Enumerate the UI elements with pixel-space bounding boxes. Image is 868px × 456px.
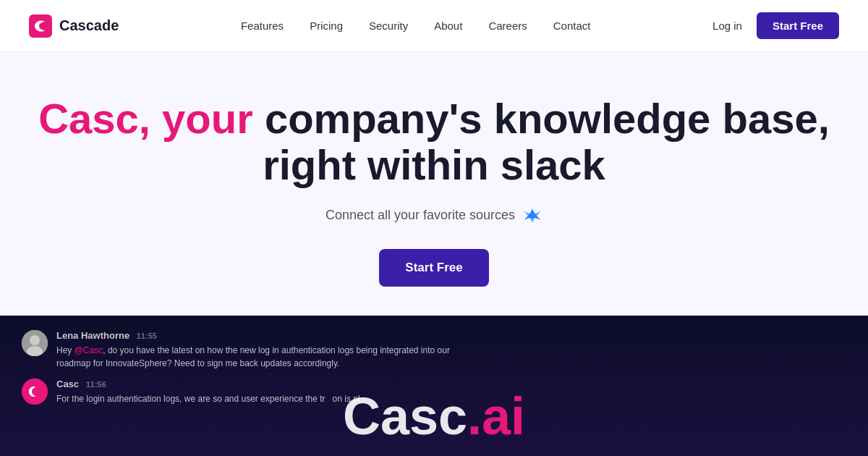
hero-subtitle-text: Connect all your favorite sources — [326, 208, 515, 223]
hero-title-highlight: Casc, your — [38, 95, 253, 142]
logo-text: Cascade — [59, 17, 119, 34]
chat-message-lena: Lena Hawthorne 11:55 Hey @Casc, do you h… — [22, 330, 456, 370]
cascade-logo-icon — [29, 14, 52, 38]
hero-subtitle: Connect all your favorite sources — [29, 206, 839, 226]
demo-watermark: Casc.ai — [343, 387, 525, 446]
avatar-casc — [22, 379, 48, 405]
watermark-dot: .ai — [467, 387, 525, 445]
lena-message-text: Hey @Casc, do you have the latest on how… — [56, 344, 456, 370]
casc-sender-name: Casc 11:56 — [56, 379, 360, 389]
svg-point-2 — [30, 335, 40, 345]
logo-link[interactable]: Cascade — [29, 14, 119, 38]
nav-link-about[interactable]: About — [434, 20, 462, 32]
confluence-icon — [522, 206, 542, 226]
watermark-text: Casc — [343, 387, 467, 445]
hero-title-rest: company's knowledge base, right within s… — [263, 95, 830, 188]
avatar-lena — [22, 330, 48, 356]
nav-link-security[interactable]: Security — [369, 20, 408, 32]
hero-section: Casc, your company's knowledge base, rig… — [0, 52, 868, 316]
svg-rect-0 — [29, 14, 52, 38]
navbar: Cascade Features Pricing Security About … — [0, 0, 868, 52]
nav-link-contact[interactable]: Contact — [553, 20, 591, 32]
lena-sender-name: Lena Hawthorne 11:55 — [56, 330, 456, 341]
nav-links: Features Pricing Security About Careers … — [241, 20, 591, 33]
mention-casc: @Casc — [75, 345, 103, 355]
nav-link-features[interactable]: Features — [241, 20, 284, 32]
navbar-actions: Log in Start Free — [712, 12, 839, 39]
casc-message-time: 11:56 — [86, 380, 106, 389]
demo-section: Lena Hawthorne 11:55 Hey @Casc, do you h… — [0, 316, 868, 456]
svg-point-4 — [22, 379, 48, 405]
login-button[interactable]: Log in — [712, 20, 742, 32]
nav-link-pricing[interactable]: Pricing — [310, 20, 343, 32]
casc-message-text: For the login authentication logs, we ar… — [56, 392, 360, 405]
message-bubble-casc: Casc 11:56 For the login authentication … — [56, 379, 360, 405]
message-bubble-lena: Lena Hawthorne 11:55 Hey @Casc, do you h… — [56, 330, 456, 370]
start-free-nav-button[interactable]: Start Free — [757, 12, 839, 39]
start-free-hero-button[interactable]: Start Free — [379, 249, 488, 287]
hero-title: Casc, your company's knowledge base, rig… — [36, 96, 832, 188]
lena-message-time: 11:55 — [137, 332, 157, 340]
nav-link-careers[interactable]: Careers — [488, 20, 527, 32]
